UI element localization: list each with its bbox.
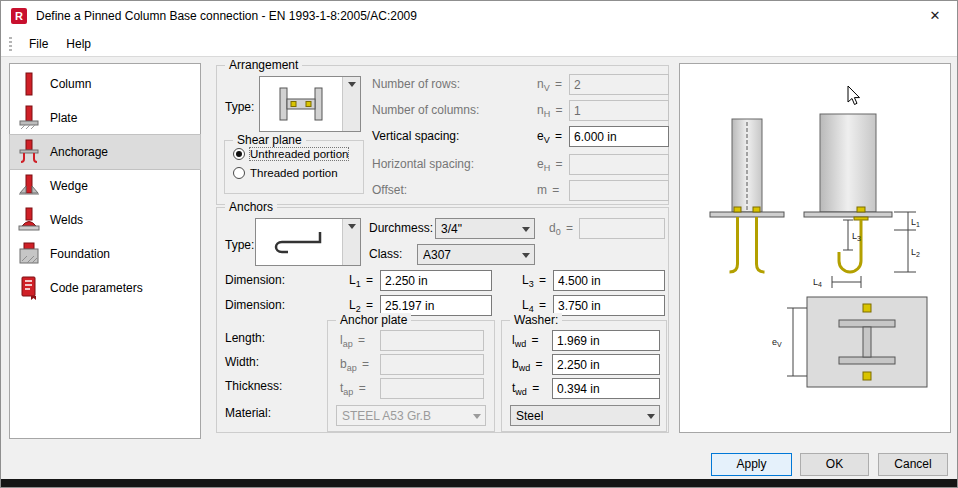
diameter-value: 3/4" <box>441 222 462 236</box>
length-label: Length: <box>225 331 265 345</box>
L1-input[interactable] <box>380 270 492 291</box>
menu-help[interactable]: Help <box>57 37 100 51</box>
sidebar-item-label: Plate <box>50 111 77 125</box>
rows-label: Number of rows: <box>372 77 460 91</box>
rows-symbol: nV = <box>537 77 562 91</box>
arrangement-type-label: Type: <box>225 100 254 114</box>
anchor-plate-group-title: Anchor plate <box>336 313 411 327</box>
sidebar-item-foundation[interactable]: Foundation <box>10 237 200 271</box>
tap-symbol: tap = <box>340 381 366 395</box>
preview-panel: L1 L2 L3 L4 eV <box>679 63 951 433</box>
sidebar-item-wedge[interactable]: Wedge <box>10 169 200 203</box>
L3-symbol: L3 = <box>522 273 546 287</box>
lwd-input[interactable] <box>552 330 660 351</box>
bwd-input[interactable] <box>552 354 660 375</box>
sidebar-item-plate[interactable]: Plate <box>10 101 200 135</box>
radio-unthreaded-portion[interactable]: Unthreaded portion <box>233 148 348 160</box>
dropdown-arrow-icon <box>518 222 534 236</box>
anchorage-icon <box>18 139 40 165</box>
twd-symbol: twd = <box>512 381 539 395</box>
apply-button[interactable]: Apply <box>711 453 792 476</box>
anchor-hook-icon <box>256 219 342 265</box>
menu-grip-icon <box>9 37 12 51</box>
washer-group: Washer: lwd = bwd = twd = Steel <box>501 320 667 432</box>
dropdown-arrow-icon[interactable] <box>342 219 360 265</box>
welds-icon <box>18 207 40 233</box>
lap-input <box>380 330 484 351</box>
diameter-select[interactable]: 3/4" <box>435 218 535 239</box>
anchors-group-title: Anchors <box>225 200 277 214</box>
dim-label-L2: L2 <box>911 247 920 258</box>
ev-dimension <box>787 308 807 376</box>
dropdown-arrow-icon <box>518 248 534 262</box>
title-bar: R Define a Pinned Column Base connection… <box>1 1 957 31</box>
anchor-plate-material-value: STEEL A53 Gr.B <box>342 409 431 423</box>
ok-button[interactable]: OK <box>800 453 869 476</box>
dropdown-arrow-icon <box>643 409 659 423</box>
anchor-plate-material-select: STEEL A53 Gr.B <box>336 405 486 426</box>
dialog-window: R Define a Pinned Column Base connection… <box>0 0 958 488</box>
d0-input <box>579 218 665 239</box>
offset-symbol: m = <box>537 183 559 197</box>
dim-label-ev: eV <box>772 337 782 348</box>
anchor-type-select[interactable] <box>255 218 361 266</box>
L4-input[interactable] <box>553 295 665 316</box>
dim-label-L1: L1 <box>911 217 920 228</box>
mouse-cursor <box>848 86 860 105</box>
class-label: Class: <box>369 247 402 261</box>
sidebar-item-label: Welds <box>50 213 83 227</box>
sidebar-item-label: Code parameters <box>50 281 143 295</box>
sidebar-item-welds[interactable]: Welds <box>10 203 200 237</box>
shear-plane-group-title: Shear plane <box>233 133 306 147</box>
radio-label: Threaded portion <box>250 167 338 179</box>
radio-threaded-portion[interactable]: Threaded portion <box>233 167 338 179</box>
dimension-lines <box>832 212 916 288</box>
dim-label-L4: L4 <box>813 277 822 288</box>
sidebar: Column Plate Anchorage Wedge Welds Found… <box>9 63 201 439</box>
plate-icon <box>18 105 40 131</box>
anchor-type-label: Type: <box>225 238 254 252</box>
diameter-label: Durchmess: <box>369 221 433 235</box>
column-section-icon <box>260 77 342 131</box>
app-icon: R <box>11 8 27 24</box>
horizontal-spacing-input <box>569 154 669 175</box>
close-button[interactable]: ✕ <box>913 1 957 31</box>
connection-drawing: L1 L2 L3 L4 eV <box>680 64 950 432</box>
vertical-spacing-label: Vertical spacing: <box>372 129 459 143</box>
rows-input <box>569 74 669 95</box>
radio-unselected-icon <box>233 167 245 179</box>
L1-symbol: L1 = <box>349 273 373 287</box>
L3-input[interactable] <box>553 270 665 291</box>
anchor-plate-group: Anchor plate lap = bap = tap = STEEL A53… <box>327 320 495 432</box>
sidebar-item-label: Wedge <box>50 179 88 193</box>
cancel-button[interactable]: Cancel <box>878 453 948 476</box>
bottom-edge <box>1 479 957 487</box>
d0-symbol: d0 = <box>549 221 573 235</box>
foundation-icon <box>18 241 40 267</box>
class-select[interactable]: A307 <box>417 244 535 265</box>
dropdown-arrow-icon[interactable] <box>342 77 360 131</box>
lwd-symbol: lwd = <box>512 333 539 347</box>
shear-plane-group: Shear plane Unthreaded portion Threaded … <box>224 140 364 194</box>
column-icon <box>18 71 40 97</box>
sidebar-item-anchorage[interactable]: Anchorage <box>10 135 200 169</box>
code-parameters-icon <box>18 275 40 301</box>
width-label: Width: <box>225 355 259 369</box>
arrangement-group-title: Arrangement <box>225 58 302 72</box>
sidebar-item-label: Anchorage <box>50 145 108 159</box>
vertical-spacing-input[interactable] <box>569 126 669 147</box>
dropdown-arrow-icon <box>469 409 485 423</box>
vertical-spacing-symbol: eV = <box>537 129 562 143</box>
radio-selected-icon <box>233 148 245 160</box>
arrangement-type-select[interactable] <box>259 76 361 132</box>
washer-material-select[interactable]: Steel <box>510 405 660 426</box>
lap-symbol: lap = <box>340 333 365 347</box>
sidebar-item-column[interactable]: Column <box>10 67 200 101</box>
sidebar-item-code-parameters[interactable]: Code parameters <box>10 271 200 305</box>
sidebar-item-label: Foundation <box>50 247 110 261</box>
washer-material-value: Steel <box>516 409 543 423</box>
dimension-label-1: Dimension: <box>225 273 285 287</box>
elevation-left <box>710 119 784 272</box>
twd-input[interactable] <box>552 378 660 399</box>
menu-file[interactable]: File <box>20 37 57 51</box>
